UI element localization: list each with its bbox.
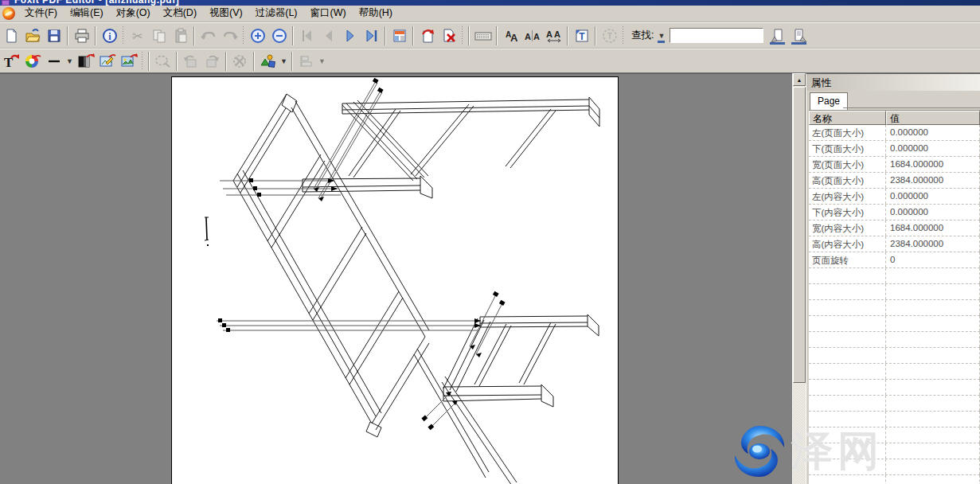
properties-tabs: Page bbox=[806, 91, 980, 108]
insert-image-button[interactable] bbox=[119, 51, 139, 71]
line-style-dropdown[interactable]: ▼ bbox=[64, 54, 75, 68]
property-value[interactable]: 1684.000000 bbox=[886, 157, 980, 172]
property-value[interactable]: 0.000000 bbox=[886, 189, 980, 204]
svg-text:A: A bbox=[546, 29, 552, 39]
document-canvas[interactable] bbox=[0, 73, 792, 484]
open-file-button[interactable] bbox=[22, 25, 42, 45]
menu-item-1[interactable]: 编辑(E) bbox=[64, 5, 110, 22]
properties-panel-title: 属性 bbox=[806, 74, 980, 91]
find-history-dropdown[interactable]: ▼ bbox=[656, 29, 666, 43]
menu-bar: 文件(F)编辑(E)对象(O)文档(D)视图(V)过滤器(L)窗口(W)帮助(H… bbox=[0, 6, 980, 22]
find-input[interactable] bbox=[670, 28, 763, 43]
pdf-page[interactable] bbox=[171, 76, 619, 484]
insert-text-note-button[interactable]: T bbox=[572, 25, 592, 45]
empty-property-row bbox=[809, 284, 980, 300]
empty-property-row bbox=[809, 427, 980, 443]
page-layout-button[interactable] bbox=[389, 25, 409, 45]
property-value[interactable]: 1684.000000 bbox=[886, 221, 980, 236]
rotate-right-button[interactable] bbox=[202, 51, 222, 71]
redo-button[interactable] bbox=[220, 25, 240, 45]
tab-page[interactable]: Page bbox=[810, 92, 848, 110]
window-title: Foxit PDF Editor - [anzhuang.pdf] bbox=[14, 0, 179, 6]
find-toolbar: 查找: ▼ bbox=[628, 25, 810, 45]
menu-item-4[interactable]: 视图(V) bbox=[203, 5, 249, 22]
menu-item-0[interactable]: 文件(F) bbox=[18, 5, 64, 22]
title-bar: Foxit PDF Editor - [anzhuang.pdf] bbox=[0, 0, 980, 6]
svg-text:A: A bbox=[533, 32, 540, 41]
keyboard-button[interactable] bbox=[473, 25, 493, 45]
previous-page-button[interactable] bbox=[318, 25, 338, 45]
property-row[interactable]: 下(页面大小)0.000000 bbox=[809, 141, 980, 157]
property-row[interactable]: 宽(页面大小)1684.000000 bbox=[809, 157, 980, 173]
property-row[interactable]: 页面旋转0 bbox=[809, 252, 980, 268]
font-width-button[interactable]: AA bbox=[544, 25, 564, 45]
document-info-button[interactable]: i bbox=[100, 25, 119, 45]
property-row[interactable]: 高(内容大小)2384.000000 bbox=[809, 236, 980, 252]
vertical-scrollbar[interactable]: ▲ bbox=[792, 73, 806, 484]
find-next-button[interactable] bbox=[789, 25, 809, 45]
property-value[interactable]: 2384.000000 bbox=[886, 173, 980, 188]
menu-item-7[interactable]: 帮助(H) bbox=[353, 5, 399, 22]
menu-item-2[interactable]: 对象(O) bbox=[110, 5, 157, 22]
save-button[interactable] bbox=[44, 25, 64, 45]
property-name: 左(页面大小) bbox=[809, 125, 886, 140]
color-picker-button[interactable] bbox=[22, 51, 42, 71]
font-kerning-button[interactable]: AA bbox=[522, 25, 542, 45]
align-objects-button[interactable] bbox=[296, 51, 316, 71]
last-page-button[interactable] bbox=[361, 25, 381, 45]
insert-page-button[interactable] bbox=[417, 25, 437, 45]
menu-item-6[interactable]: 窗口(W) bbox=[304, 5, 353, 22]
property-value[interactable]: 2384.000000 bbox=[886, 236, 980, 252]
zoom-in-button[interactable] bbox=[248, 25, 267, 45]
property-name: 高(页面大小) bbox=[809, 173, 886, 188]
edit-image-button[interactable] bbox=[97, 51, 117, 71]
empty-property-row bbox=[809, 268, 980, 284]
empty-property-row bbox=[809, 300, 980, 316]
property-value[interactable]: 0.000000 bbox=[886, 125, 980, 140]
property-value[interactable]: 0.000000 bbox=[886, 141, 980, 156]
undo-button[interactable] bbox=[198, 25, 218, 45]
zoom-out-button[interactable] bbox=[269, 25, 289, 45]
scroll-up-button[interactable]: ▲ bbox=[793, 73, 806, 86]
svg-text:T: T bbox=[607, 32, 611, 41]
empty-property-row bbox=[809, 459, 980, 475]
print-button[interactable] bbox=[72, 25, 92, 45]
svg-text:A: A bbox=[510, 32, 518, 44]
first-page-button[interactable] bbox=[297, 25, 317, 45]
property-name: 高(内容大小) bbox=[809, 236, 886, 252]
cut-button[interactable]: ✂ bbox=[127, 25, 147, 45]
align-objects-dropdown[interactable]: ▼ bbox=[317, 54, 327, 68]
text-circle-button[interactable]: T bbox=[599, 25, 619, 45]
scrollbar-thumb[interactable] bbox=[793, 87, 806, 383]
property-row[interactable]: 宽(内容大小)1684.000000 bbox=[809, 221, 980, 236]
property-row[interactable]: 左(内容大小)0.000000 bbox=[809, 189, 980, 205]
paste-button[interactable] bbox=[170, 25, 190, 45]
svg-text:A: A bbox=[554, 29, 560, 39]
new-document-button[interactable] bbox=[1, 25, 21, 45]
rotate-left-button[interactable] bbox=[181, 51, 201, 71]
delete-object-button[interactable] bbox=[230, 51, 250, 71]
empty-property-row bbox=[809, 348, 980, 364]
property-value[interactable]: 0 bbox=[886, 252, 980, 267]
column-header-value: 值 bbox=[886, 111, 980, 125]
property-row[interactable]: 左(页面大小)0.000000 bbox=[809, 125, 980, 141]
line-style-button[interactable] bbox=[44, 51, 64, 71]
app-icon bbox=[2, 0, 10, 6]
delete-page-button[interactable] bbox=[439, 25, 459, 45]
menu-item-5[interactable]: 过滤器(L) bbox=[249, 5, 304, 22]
copy-button[interactable] bbox=[149, 25, 169, 45]
property-row[interactable]: 下(内容大小)0.000000 bbox=[809, 205, 980, 221]
shading-button[interactable] bbox=[76, 51, 96, 71]
insert-shape-button[interactable] bbox=[258, 51, 278, 71]
svg-text:✂: ✂ bbox=[132, 29, 143, 43]
add-text-object-button[interactable]: T bbox=[1, 51, 21, 71]
property-row[interactable]: 高(页面大小)2384.000000 bbox=[809, 173, 980, 189]
lasso-select-button[interactable] bbox=[153, 51, 173, 71]
font-replace-button[interactable]: AA bbox=[501, 25, 521, 45]
insert-shape-dropdown[interactable]: ▼ bbox=[279, 54, 289, 68]
empty-property-row bbox=[809, 380, 980, 396]
next-page-button[interactable] bbox=[340, 25, 360, 45]
menu-item-3[interactable]: 文档(D) bbox=[157, 5, 203, 22]
property-value[interactable]: 0.000000 bbox=[886, 205, 980, 220]
find-previous-button[interactable] bbox=[767, 25, 787, 45]
